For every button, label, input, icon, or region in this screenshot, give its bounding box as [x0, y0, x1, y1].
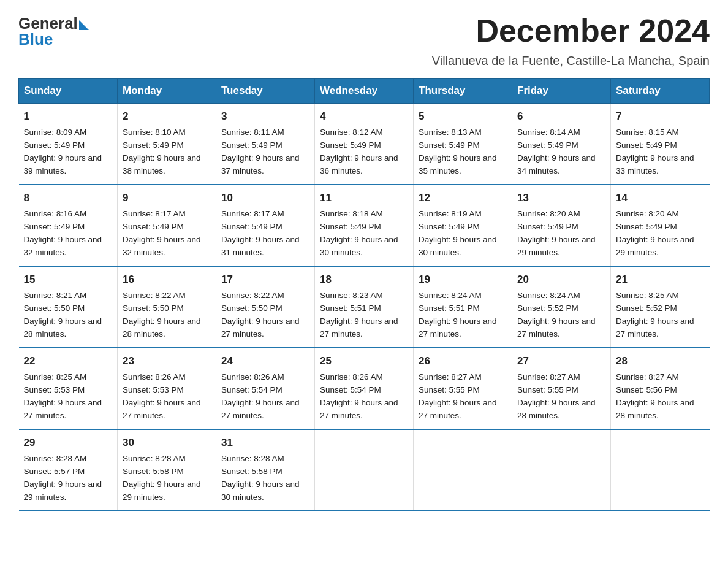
daylight-text: Daylight: 9 hours and 28 minutes. — [24, 316, 102, 339]
daylight-text: Daylight: 9 hours and 27 minutes. — [24, 398, 102, 420]
calendar-cell: 5 Sunrise: 8:13 AM Sunset: 5:49 PM Dayli… — [414, 104, 512, 185]
daylight-text: Daylight: 9 hours and 27 minutes. — [221, 398, 300, 420]
day-number: 21 — [616, 272, 705, 288]
day-number: 8 — [24, 190, 113, 206]
calendar-cell: 17 Sunrise: 8:22 AM Sunset: 5:50 PM Dayl… — [216, 266, 315, 348]
sunset-text: Sunset: 5:58 PM — [123, 467, 184, 476]
sunrise-text: Sunrise: 8:27 AM — [517, 372, 580, 381]
calendar-cell: 26 Sunrise: 8:27 AM Sunset: 5:55 PM Dayl… — [414, 348, 512, 429]
calendar-cell: 12 Sunrise: 8:19 AM Sunset: 5:49 PM Dayl… — [414, 185, 512, 266]
header-friday: Friday — [512, 79, 611, 104]
day-number: 31 — [221, 435, 309, 451]
sunset-text: Sunset: 5:49 PM — [517, 140, 578, 150]
sunrise-text: Sunrise: 8:26 AM — [320, 372, 383, 381]
header-thursday: Thursday — [414, 79, 512, 104]
daylight-text: Daylight: 9 hours and 31 minutes. — [221, 235, 300, 257]
header-tuesday: Tuesday — [216, 79, 315, 104]
day-number: 11 — [320, 190, 408, 206]
calendar-cell — [315, 429, 414, 511]
daylight-text: Daylight: 9 hours and 30 minutes. — [221, 480, 300, 502]
calendar-cell: 11 Sunrise: 8:18 AM Sunset: 5:49 PM Dayl… — [315, 185, 414, 266]
day-number: 12 — [419, 190, 507, 206]
calendar-cell: 4 Sunrise: 8:12 AM Sunset: 5:49 PM Dayli… — [315, 104, 414, 185]
day-number: 4 — [320, 109, 408, 124]
sunrise-text: Sunrise: 8:16 AM — [24, 209, 87, 218]
daylight-text: Daylight: 9 hours and 37 minutes. — [221, 153, 300, 175]
daylight-text: Daylight: 9 hours and 39 minutes. — [24, 153, 102, 175]
daylight-text: Daylight: 9 hours and 34 minutes. — [517, 153, 596, 175]
sunset-text: Sunset: 5:52 PM — [616, 304, 677, 313]
sunrise-text: Sunrise: 8:22 AM — [221, 291, 284, 300]
sunset-text: Sunset: 5:49 PM — [24, 222, 85, 231]
calendar-cell — [512, 429, 611, 511]
calendar-cell: 27 Sunrise: 8:27 AM Sunset: 5:55 PM Dayl… — [512, 348, 611, 429]
sunset-text: Sunset: 5:49 PM — [419, 222, 480, 231]
day-number: 6 — [517, 109, 605, 124]
day-number: 20 — [517, 272, 605, 288]
sunrise-text: Sunrise: 8:26 AM — [123, 372, 186, 381]
day-number: 16 — [123, 272, 211, 288]
sunset-text: Sunset: 5:49 PM — [221, 222, 282, 231]
sunrise-text: Sunrise: 8:15 AM — [616, 128, 679, 137]
day-number: 22 — [24, 353, 113, 369]
sunrise-text: Sunrise: 8:17 AM — [221, 209, 284, 218]
day-number: 29 — [24, 435, 113, 451]
sunrise-text: Sunrise: 8:21 AM — [24, 291, 87, 300]
sunset-text: Sunset: 5:55 PM — [517, 385, 578, 394]
calendar-cell: 21 Sunrise: 8:25 AM Sunset: 5:52 PM Dayl… — [611, 266, 710, 348]
sunrise-text: Sunrise: 8:14 AM — [517, 128, 580, 137]
sunrise-text: Sunrise: 8:24 AM — [517, 291, 580, 300]
calendar-cell: 19 Sunrise: 8:24 AM Sunset: 5:51 PM Dayl… — [414, 266, 512, 348]
calendar-cell: 6 Sunrise: 8:14 AM Sunset: 5:49 PM Dayli… — [512, 104, 611, 185]
daylight-text: Daylight: 9 hours and 27 minutes. — [221, 316, 300, 339]
sunrise-text: Sunrise: 8:20 AM — [616, 209, 679, 218]
day-number: 2 — [123, 109, 211, 124]
calendar-cell: 9 Sunrise: 8:17 AM Sunset: 5:49 PM Dayli… — [118, 185, 216, 266]
sunset-text: Sunset: 5:51 PM — [419, 304, 480, 313]
daylight-text: Daylight: 9 hours and 35 minutes. — [419, 153, 497, 175]
calendar-cell: 2 Sunrise: 8:10 AM Sunset: 5:49 PM Dayli… — [118, 104, 216, 185]
sunset-text: Sunset: 5:49 PM — [123, 222, 184, 231]
sunrise-text: Sunrise: 8:24 AM — [419, 291, 482, 300]
sunset-text: Sunset: 5:53 PM — [24, 385, 85, 394]
sunrise-text: Sunrise: 8:10 AM — [123, 128, 186, 137]
calendar-cell: 15 Sunrise: 8:21 AM Sunset: 5:50 PM Dayl… — [19, 266, 118, 348]
day-number: 15 — [24, 272, 113, 288]
daylight-text: Daylight: 9 hours and 28 minutes. — [616, 398, 694, 420]
calendar-body: 1 Sunrise: 8:09 AM Sunset: 5:49 PM Dayli… — [19, 104, 710, 511]
sunset-text: Sunset: 5:49 PM — [24, 140, 85, 150]
daylight-text: Daylight: 9 hours and 27 minutes. — [616, 316, 694, 339]
sunset-text: Sunset: 5:49 PM — [616, 222, 677, 231]
calendar-cell: 24 Sunrise: 8:26 AM Sunset: 5:54 PM Dayl… — [216, 348, 315, 429]
day-number: 7 — [616, 109, 705, 124]
sunrise-text: Sunrise: 8:23 AM — [320, 291, 383, 300]
sunset-text: Sunset: 5:51 PM — [320, 304, 381, 313]
sunrise-text: Sunrise: 8:28 AM — [123, 454, 186, 463]
calendar-cell: 18 Sunrise: 8:23 AM Sunset: 5:51 PM Dayl… — [315, 266, 414, 348]
calendar-cell: 7 Sunrise: 8:15 AM Sunset: 5:49 PM Dayli… — [611, 104, 710, 185]
daylight-text: Daylight: 9 hours and 32 minutes. — [24, 235, 102, 257]
calendar-table: SundayMondayTuesdayWednesdayThursdayFrid… — [18, 78, 710, 511]
daylight-text: Daylight: 9 hours and 36 minutes. — [320, 153, 398, 175]
sunrise-text: Sunrise: 8:17 AM — [123, 209, 186, 218]
sunset-text: Sunset: 5:49 PM — [123, 140, 184, 150]
page-header: General Blue December 2024 — [18, 12, 710, 49]
sunset-text: Sunset: 5:49 PM — [517, 222, 578, 231]
sunset-text: Sunset: 5:50 PM — [221, 304, 282, 313]
daylight-text: Daylight: 9 hours and 33 minutes. — [616, 153, 694, 175]
sunset-text: Sunset: 5:49 PM — [419, 140, 480, 150]
calendar-cell: 25 Sunrise: 8:26 AM Sunset: 5:54 PM Dayl… — [315, 348, 414, 429]
calendar-cell: 10 Sunrise: 8:17 AM Sunset: 5:49 PM Dayl… — [216, 185, 315, 266]
day-number: 3 — [221, 109, 309, 124]
calendar-cell: 29 Sunrise: 8:28 AM Sunset: 5:57 PM Dayl… — [19, 429, 118, 511]
sunrise-text: Sunrise: 8:11 AM — [221, 128, 284, 137]
day-number: 28 — [616, 353, 705, 369]
sunset-text: Sunset: 5:54 PM — [320, 385, 381, 394]
calendar-cell: 3 Sunrise: 8:11 AM Sunset: 5:49 PM Dayli… — [216, 104, 315, 185]
daylight-text: Daylight: 9 hours and 28 minutes. — [123, 316, 201, 339]
sunset-text: Sunset: 5:57 PM — [24, 467, 85, 476]
header-sunday: Sunday — [19, 79, 118, 104]
day-number: 9 — [123, 190, 211, 206]
day-number: 24 — [221, 353, 309, 369]
sunset-text: Sunset: 5:49 PM — [320, 140, 381, 150]
